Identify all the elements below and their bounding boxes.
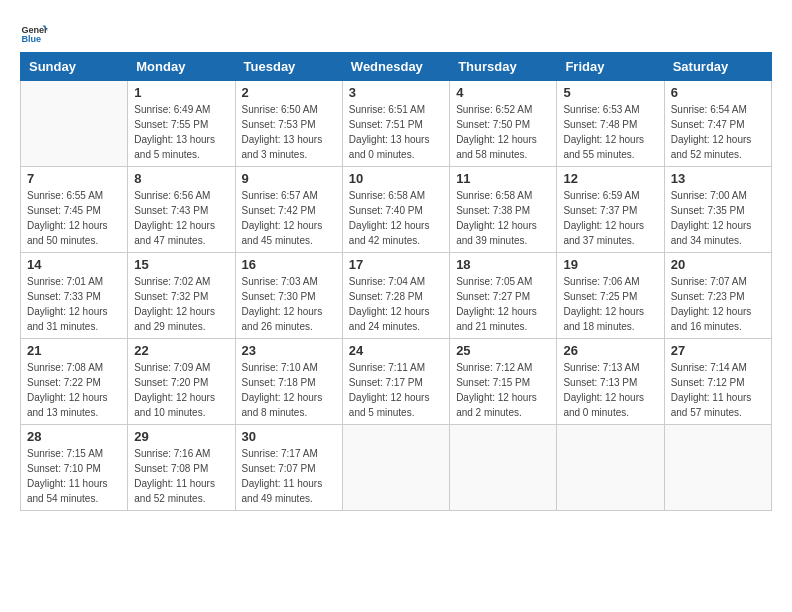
day-info: Sunrise: 6:54 AMSunset: 7:47 PMDaylight:…: [671, 102, 765, 162]
day-number: 27: [671, 343, 765, 358]
day-info: Sunrise: 7:10 AMSunset: 7:18 PMDaylight:…: [242, 360, 336, 420]
day-number: 11: [456, 171, 550, 186]
day-info: Sunrise: 6:52 AMSunset: 7:50 PMDaylight:…: [456, 102, 550, 162]
calendar-cell: 28Sunrise: 7:15 AMSunset: 7:10 PMDayligh…: [21, 425, 128, 511]
calendar-cell: 4Sunrise: 6:52 AMSunset: 7:50 PMDaylight…: [450, 81, 557, 167]
calendar-cell: 30Sunrise: 7:17 AMSunset: 7:07 PMDayligh…: [235, 425, 342, 511]
day-number: 26: [563, 343, 657, 358]
day-number: 24: [349, 343, 443, 358]
calendar-cell: 13Sunrise: 7:00 AMSunset: 7:35 PMDayligh…: [664, 167, 771, 253]
calendar-cell: [450, 425, 557, 511]
calendar-cell: 1Sunrise: 6:49 AMSunset: 7:55 PMDaylight…: [128, 81, 235, 167]
calendar-cell: 26Sunrise: 7:13 AMSunset: 7:13 PMDayligh…: [557, 339, 664, 425]
calendar-cell: 29Sunrise: 7:16 AMSunset: 7:08 PMDayligh…: [128, 425, 235, 511]
calendar-week-row: 21Sunrise: 7:08 AMSunset: 7:22 PMDayligh…: [21, 339, 772, 425]
calendar-cell: [557, 425, 664, 511]
logo: General Blue: [20, 20, 48, 48]
day-number: 17: [349, 257, 443, 272]
day-info: Sunrise: 6:53 AMSunset: 7:48 PMDaylight:…: [563, 102, 657, 162]
day-info: Sunrise: 7:15 AMSunset: 7:10 PMDaylight:…: [27, 446, 121, 506]
day-info: Sunrise: 7:11 AMSunset: 7:17 PMDaylight:…: [349, 360, 443, 420]
calendar-cell: [664, 425, 771, 511]
calendar-header-row: SundayMondayTuesdayWednesdayThursdayFrid…: [21, 53, 772, 81]
day-info: Sunrise: 7:14 AMSunset: 7:12 PMDaylight:…: [671, 360, 765, 420]
day-number: 16: [242, 257, 336, 272]
day-info: Sunrise: 7:12 AMSunset: 7:15 PMDaylight:…: [456, 360, 550, 420]
calendar-cell: 10Sunrise: 6:58 AMSunset: 7:40 PMDayligh…: [342, 167, 449, 253]
day-info: Sunrise: 7:08 AMSunset: 7:22 PMDaylight:…: [27, 360, 121, 420]
day-number: 6: [671, 85, 765, 100]
day-number: 20: [671, 257, 765, 272]
day-number: 25: [456, 343, 550, 358]
calendar-week-row: 7Sunrise: 6:55 AMSunset: 7:45 PMDaylight…: [21, 167, 772, 253]
calendar-cell: 25Sunrise: 7:12 AMSunset: 7:15 PMDayligh…: [450, 339, 557, 425]
day-info: Sunrise: 6:57 AMSunset: 7:42 PMDaylight:…: [242, 188, 336, 248]
day-info: Sunrise: 7:13 AMSunset: 7:13 PMDaylight:…: [563, 360, 657, 420]
calendar-header-thursday: Thursday: [450, 53, 557, 81]
calendar-cell: 3Sunrise: 6:51 AMSunset: 7:51 PMDaylight…: [342, 81, 449, 167]
calendar-cell: 5Sunrise: 6:53 AMSunset: 7:48 PMDaylight…: [557, 81, 664, 167]
day-number: 3: [349, 85, 443, 100]
day-info: Sunrise: 6:49 AMSunset: 7:55 PMDaylight:…: [134, 102, 228, 162]
calendar-week-row: 1Sunrise: 6:49 AMSunset: 7:55 PMDaylight…: [21, 81, 772, 167]
day-number: 5: [563, 85, 657, 100]
calendar-week-row: 14Sunrise: 7:01 AMSunset: 7:33 PMDayligh…: [21, 253, 772, 339]
calendar-header-wednesday: Wednesday: [342, 53, 449, 81]
day-info: Sunrise: 6:50 AMSunset: 7:53 PMDaylight:…: [242, 102, 336, 162]
calendar-header-sunday: Sunday: [21, 53, 128, 81]
day-info: Sunrise: 7:06 AMSunset: 7:25 PMDaylight:…: [563, 274, 657, 334]
day-info: Sunrise: 7:09 AMSunset: 7:20 PMDaylight:…: [134, 360, 228, 420]
day-number: 4: [456, 85, 550, 100]
calendar-cell: 11Sunrise: 6:58 AMSunset: 7:38 PMDayligh…: [450, 167, 557, 253]
calendar-header-friday: Friday: [557, 53, 664, 81]
day-info: Sunrise: 7:04 AMSunset: 7:28 PMDaylight:…: [349, 274, 443, 334]
calendar-cell: 2Sunrise: 6:50 AMSunset: 7:53 PMDaylight…: [235, 81, 342, 167]
day-number: 23: [242, 343, 336, 358]
day-info: Sunrise: 7:03 AMSunset: 7:30 PMDaylight:…: [242, 274, 336, 334]
day-info: Sunrise: 7:07 AMSunset: 7:23 PMDaylight:…: [671, 274, 765, 334]
day-number: 19: [563, 257, 657, 272]
day-number: 18: [456, 257, 550, 272]
svg-text:Blue: Blue: [21, 34, 41, 44]
day-number: 13: [671, 171, 765, 186]
day-number: 14: [27, 257, 121, 272]
day-info: Sunrise: 6:51 AMSunset: 7:51 PMDaylight:…: [349, 102, 443, 162]
day-number: 2: [242, 85, 336, 100]
calendar-cell: [21, 81, 128, 167]
day-info: Sunrise: 7:16 AMSunset: 7:08 PMDaylight:…: [134, 446, 228, 506]
day-number: 28: [27, 429, 121, 444]
day-info: Sunrise: 7:02 AMSunset: 7:32 PMDaylight:…: [134, 274, 228, 334]
day-info: Sunrise: 7:17 AMSunset: 7:07 PMDaylight:…: [242, 446, 336, 506]
calendar-cell: 15Sunrise: 7:02 AMSunset: 7:32 PMDayligh…: [128, 253, 235, 339]
day-info: Sunrise: 6:56 AMSunset: 7:43 PMDaylight:…: [134, 188, 228, 248]
page-header: General Blue: [20, 20, 772, 48]
day-info: Sunrise: 6:58 AMSunset: 7:38 PMDaylight:…: [456, 188, 550, 248]
day-info: Sunrise: 6:58 AMSunset: 7:40 PMDaylight:…: [349, 188, 443, 248]
calendar-cell: 23Sunrise: 7:10 AMSunset: 7:18 PMDayligh…: [235, 339, 342, 425]
calendar-cell: [342, 425, 449, 511]
day-number: 9: [242, 171, 336, 186]
calendar-cell: 7Sunrise: 6:55 AMSunset: 7:45 PMDaylight…: [21, 167, 128, 253]
calendar-cell: 6Sunrise: 6:54 AMSunset: 7:47 PMDaylight…: [664, 81, 771, 167]
calendar-cell: 16Sunrise: 7:03 AMSunset: 7:30 PMDayligh…: [235, 253, 342, 339]
day-info: Sunrise: 7:01 AMSunset: 7:33 PMDaylight:…: [27, 274, 121, 334]
calendar-cell: 12Sunrise: 6:59 AMSunset: 7:37 PMDayligh…: [557, 167, 664, 253]
calendar-cell: 17Sunrise: 7:04 AMSunset: 7:28 PMDayligh…: [342, 253, 449, 339]
day-number: 1: [134, 85, 228, 100]
day-number: 22: [134, 343, 228, 358]
calendar-header-saturday: Saturday: [664, 53, 771, 81]
calendar-cell: 14Sunrise: 7:01 AMSunset: 7:33 PMDayligh…: [21, 253, 128, 339]
day-number: 8: [134, 171, 228, 186]
calendar-header-tuesday: Tuesday: [235, 53, 342, 81]
calendar-cell: 19Sunrise: 7:06 AMSunset: 7:25 PMDayligh…: [557, 253, 664, 339]
calendar-header-monday: Monday: [128, 53, 235, 81]
day-info: Sunrise: 6:59 AMSunset: 7:37 PMDaylight:…: [563, 188, 657, 248]
day-info: Sunrise: 7:05 AMSunset: 7:27 PMDaylight:…: [456, 274, 550, 334]
day-number: 7: [27, 171, 121, 186]
day-number: 10: [349, 171, 443, 186]
day-number: 21: [27, 343, 121, 358]
day-number: 29: [134, 429, 228, 444]
calendar-cell: 21Sunrise: 7:08 AMSunset: 7:22 PMDayligh…: [21, 339, 128, 425]
calendar-cell: 24Sunrise: 7:11 AMSunset: 7:17 PMDayligh…: [342, 339, 449, 425]
day-info: Sunrise: 6:55 AMSunset: 7:45 PMDaylight:…: [27, 188, 121, 248]
